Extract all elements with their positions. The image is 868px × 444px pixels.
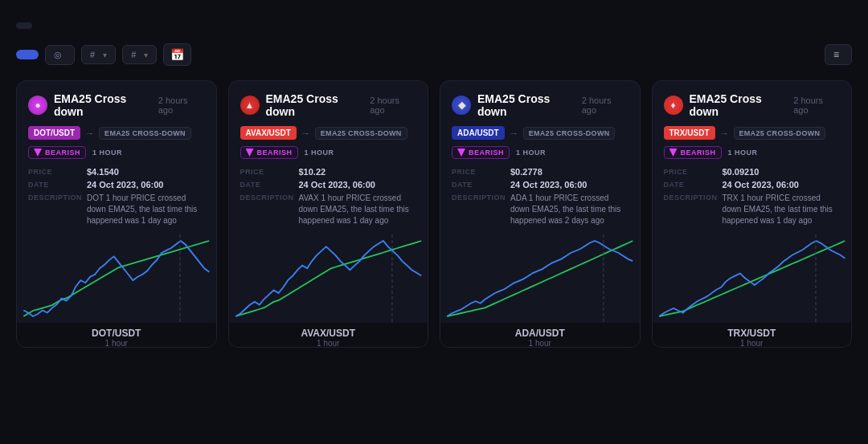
bearish-tag: BEARISH bbox=[452, 146, 510, 159]
tags-row: TRX/USDT → EMA25 CROSS-DOWN bbox=[664, 126, 841, 140]
hash-icon-2: # bbox=[131, 50, 136, 59]
event-card-1[interactable]: ● EMA25 Cross down 2 hours ago DOT/USDT … bbox=[16, 80, 217, 348]
timeframe-tag: 1 HOUR bbox=[728, 149, 758, 157]
event-card-4[interactable]: ♦ EMA25 Cross down 2 hours ago TRX/USDT … bbox=[652, 80, 853, 348]
tags-row: ADA/USDT → EMA25 CROSS-DOWN bbox=[452, 126, 628, 140]
cross-tag: EMA25 CROSS-DOWN bbox=[523, 127, 616, 140]
timeframe-tag: 1 HOUR bbox=[92, 149, 122, 157]
desc-row: DESCRIPTION DOT 1 hour PRICE crossed dow… bbox=[28, 193, 205, 226]
desc-label: DESCRIPTION bbox=[664, 193, 716, 226]
chart-label-area: DOT/USDT 1 hour bbox=[17, 323, 216, 347]
chart-container: ADA/USDT 1 hour bbox=[440, 234, 640, 347]
desc-row: DESCRIPTION AVAX 1 hour PRICE crossed do… bbox=[240, 193, 417, 226]
circle-icon: ◎ bbox=[54, 50, 62, 60]
timeframes-filter-button[interactable]: # ▾ bbox=[122, 45, 157, 64]
desc-value: DOT 1 hour PRICE crossed down EMA25, the… bbox=[87, 193, 205, 226]
chart-tf-label: 1 hour bbox=[653, 339, 852, 347]
date-row: DATE 24 Oct 2023, 06:00 bbox=[28, 180, 205, 189]
bearish-tag: BEARISH bbox=[240, 146, 298, 159]
date-label: DATE bbox=[28, 180, 80, 189]
chart-pair-label: ADA/USDT bbox=[440, 328, 640, 339]
card-header: ◆ EMA25 Cross down 2 hours ago bbox=[452, 92, 628, 118]
chart-svg bbox=[17, 234, 216, 323]
price-value: $0.09210 bbox=[723, 167, 760, 177]
date-value: 24 Oct 2023, 06:00 bbox=[87, 180, 163, 189]
chart-pair-label: TRX/USDT bbox=[653, 328, 852, 339]
desc-row: DESCRIPTION TRX 1 hour PRICE crossed dow… bbox=[664, 193, 841, 226]
indicators-row: BEARISH 1 HOUR bbox=[452, 146, 628, 159]
date-label: DATE bbox=[664, 180, 716, 189]
price-label: PRICE bbox=[28, 167, 80, 177]
date-value: 24 Oct 2023, 06:00 bbox=[510, 180, 587, 189]
pair-tag: DOT/USDT bbox=[28, 126, 80, 140]
bearish-icon bbox=[246, 149, 254, 157]
card-title-row: ♦ EMA25 Cross down bbox=[664, 92, 794, 118]
sort-button[interactable]: ≡ bbox=[825, 44, 852, 65]
indicators-row: BEARISH 1 HOUR bbox=[664, 146, 841, 159]
chart-svg bbox=[440, 234, 640, 323]
card-header: ● EMA25 Cross down 2 hours ago bbox=[28, 92, 205, 118]
ema-line bbox=[659, 241, 845, 316]
arrow-icon: → bbox=[301, 128, 310, 138]
desc-label: DESCRIPTION bbox=[28, 193, 80, 226]
price-row: PRICE $10.22 bbox=[240, 167, 417, 177]
chart-label-area: ADA/USDT 1 hour bbox=[440, 323, 640, 347]
price-value: $10.22 bbox=[299, 167, 326, 177]
events-count-badge bbox=[16, 22, 32, 29]
token-filter-button[interactable]: ◎ bbox=[45, 45, 75, 65]
date-row: DATE 24 Oct 2023, 06:00 bbox=[240, 180, 417, 189]
card-title-row: ● EMA25 Cross down bbox=[28, 92, 158, 118]
card-title-row: ▲ EMA25 Cross down bbox=[240, 92, 371, 118]
timeframe-tag: 1 HOUR bbox=[516, 149, 546, 157]
card-title: EMA25 Cross down bbox=[690, 92, 794, 118]
sort-icon: ≡ bbox=[833, 49, 839, 60]
pair-tag: AVAX/USDT bbox=[240, 126, 297, 140]
coin-icon-trx: ♦ bbox=[664, 96, 683, 115]
date-label: DATE bbox=[240, 180, 293, 189]
price-line bbox=[235, 241, 421, 316]
card-title-row: ◆ EMA25 Cross down bbox=[452, 92, 582, 118]
event-card-3[interactable]: ◆ EMA25 Cross down 2 hours ago ADA/USDT … bbox=[440, 80, 641, 348]
price-label: PRICE bbox=[452, 167, 504, 177]
card-time: 2 hours ago bbox=[793, 96, 840, 115]
card-time: 2 hours ago bbox=[582, 96, 628, 115]
cards-grid: ● EMA25 Cross down 2 hours ago DOT/USDT … bbox=[16, 80, 852, 348]
arrow-icon: → bbox=[720, 128, 729, 138]
price-value: $0.2778 bbox=[510, 167, 542, 177]
hash-icon: # bbox=[90, 50, 95, 59]
main-page: ◎ # ▾ # ▾ 📅 ≡ bbox=[0, 0, 868, 362]
price-line bbox=[447, 241, 633, 316]
tags-row: AVAX/USDT → EMA25 CROSS-DOWN bbox=[240, 126, 417, 140]
card-title: EMA25 Cross down bbox=[266, 92, 371, 118]
chevron-down-icon: ▾ bbox=[103, 51, 107, 59]
all-filter-button[interactable] bbox=[16, 50, 39, 59]
price-row: PRICE $0.2778 bbox=[452, 167, 628, 177]
sort-area: ≡ bbox=[825, 44, 852, 65]
event-card-2[interactable]: ▲ EMA25 Cross down 2 hours ago AVAX/USDT… bbox=[228, 80, 429, 348]
calendar-icon: 📅 bbox=[170, 48, 184, 61]
tags-row: DOT/USDT → EMA25 CROSS-DOWN bbox=[28, 126, 205, 140]
desc-label: DESCRIPTION bbox=[240, 193, 293, 226]
chart-pair-label: DOT/USDT bbox=[17, 328, 216, 339]
pair-tag: TRX/USDT bbox=[664, 126, 715, 140]
indicators-row: BEARISH 1 HOUR bbox=[28, 146, 205, 159]
event-types-filter-button[interactable]: # ▾ bbox=[81, 45, 116, 64]
timeframe-tag: 1 HOUR bbox=[305, 149, 334, 157]
pair-tag: ADA/USDT bbox=[452, 126, 505, 140]
chart-container: DOT/USDT 1 hour bbox=[17, 234, 216, 347]
card-fields: PRICE $0.09210 DATE 24 Oct 2023, 06:00 D… bbox=[664, 167, 841, 226]
calendar-button[interactable]: 📅 bbox=[163, 43, 191, 66]
desc-value: ADA 1 hour PRICE crossed down EMA25, the… bbox=[510, 193, 628, 226]
date-row: DATE 24 Oct 2023, 06:00 bbox=[452, 180, 628, 189]
coin-icon-ada: ◆ bbox=[452, 96, 471, 115]
chevron-down-icon-2: ▾ bbox=[144, 51, 148, 59]
card-time: 2 hours ago bbox=[158, 96, 205, 115]
card-fields: PRICE $4.1540 DATE 24 Oct 2023, 06:00 DE… bbox=[28, 167, 205, 226]
desc-value: TRX 1 hour PRICE crossed down EMA25, the… bbox=[723, 193, 841, 226]
card-time: 2 hours ago bbox=[370, 96, 416, 115]
bearish-icon bbox=[457, 149, 465, 157]
chart-container: TRX/USDT 1 hour bbox=[653, 234, 852, 347]
price-row: PRICE $0.09210 bbox=[664, 167, 841, 177]
toolbar-left: ◎ # ▾ # ▾ 📅 bbox=[16, 43, 191, 66]
card-header: ♦ EMA25 Cross down 2 hours ago bbox=[664, 92, 841, 118]
